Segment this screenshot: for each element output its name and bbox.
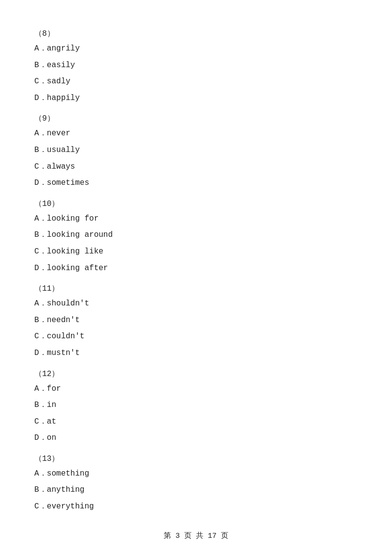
question-number-1: （9） — [34, 113, 358, 124]
option-5-0: A．something — [34, 468, 358, 480]
option-2-0: A．looking for — [34, 213, 358, 226]
option-label-4-2: C． — [34, 417, 47, 426]
option-label-5-0: A． — [34, 469, 47, 478]
option-2-3: D．looking after — [34, 262, 358, 275]
question-number-2: （10） — [34, 199, 358, 209]
option-text-1-3: sometimes — [47, 178, 89, 187]
option-text-2-3: looking after — [47, 264, 108, 273]
option-label-2-2: C． — [34, 247, 47, 256]
option-text-5-2: everything — [47, 502, 94, 511]
option-text-2-0: looking for — [47, 214, 99, 223]
option-text-0-2: sadly — [47, 77, 71, 86]
option-text-2-2: looking like — [47, 247, 103, 256]
option-1-2: C．always — [34, 161, 358, 174]
footer-text: 第 3 页 共 17 页 — [164, 532, 228, 540]
option-label-1-3: D． — [34, 178, 47, 187]
option-0-1: B．easily — [34, 59, 358, 72]
option-text-0-1: easily — [47, 61, 75, 70]
option-label-1-1: B． — [34, 146, 47, 154]
option-label-0-0: A． — [34, 44, 47, 53]
option-text-3-3: mustn't — [47, 349, 80, 357]
option-text-3-0: shouldn't — [47, 299, 89, 308]
option-label-2-1: B． — [34, 230, 47, 239]
question-number-0: （8） — [34, 28, 358, 39]
option-text-4-2: at — [47, 417, 56, 426]
option-0-0: A．angrily — [34, 43, 358, 55]
option-2-2: C．looking like — [34, 246, 358, 258]
option-label-5-2: C． — [34, 502, 47, 511]
option-1-3: D．sometimes — [34, 177, 358, 190]
option-text-1-1: usually — [47, 146, 80, 154]
page-footer: 第 3 页 共 17 页 — [0, 531, 392, 540]
option-3-1: B．needn't — [34, 314, 358, 327]
option-4-2: C．at — [34, 416, 358, 429]
option-label-3-0: A． — [34, 299, 47, 308]
question-number-3: （11） — [34, 283, 358, 294]
option-2-1: B．looking around — [34, 229, 358, 242]
option-text-3-1: needn't — [47, 316, 80, 325]
option-1-1: B．usually — [34, 144, 358, 157]
option-text-1-2: always — [47, 162, 75, 171]
option-text-5-1: anything — [47, 485, 85, 494]
option-text-1-0: never — [47, 129, 71, 138]
option-5-2: C．everything — [34, 501, 358, 513]
option-label-2-0: A． — [34, 214, 47, 223]
option-label-0-3: D． — [34, 94, 47, 102]
option-text-0-3: happily — [47, 94, 80, 102]
option-0-3: D．happily — [34, 92, 358, 105]
option-1-0: A．never — [34, 127, 358, 140]
option-label-3-1: B． — [34, 316, 47, 325]
option-label-4-3: D． — [34, 433, 47, 442]
option-text-4-1: in — [47, 401, 56, 409]
option-text-0-0: angrily — [47, 44, 80, 53]
option-text-5-0: something — [47, 469, 89, 478]
option-label-1-0: A． — [34, 129, 47, 138]
option-4-3: D．on — [34, 432, 358, 445]
option-0-2: C．sadly — [34, 76, 358, 88]
option-4-0: A．for — [34, 383, 358, 396]
option-label-2-3: D． — [34, 264, 47, 273]
option-label-3-3: D． — [34, 349, 47, 357]
option-text-3-2: couldn't — [47, 332, 85, 341]
option-4-1: B．in — [34, 399, 358, 412]
option-label-1-2: C． — [34, 162, 47, 171]
option-label-4-1: B． — [34, 401, 47, 409]
option-5-1: B．anything — [34, 484, 358, 497]
option-label-0-2: C． — [34, 77, 47, 86]
option-3-0: A．shouldn't — [34, 298, 358, 310]
option-label-5-1: B． — [34, 485, 47, 494]
page-content: （8）A．angrilyB．easilyC．sadlyD．happily（9）A… — [0, 0, 392, 547]
question-number-5: （13） — [34, 454, 358, 464]
option-3-2: C．couldn't — [34, 330, 358, 343]
question-number-4: （12） — [34, 369, 358, 379]
option-text-2-1: looking around — [47, 230, 113, 239]
option-text-4-0: for — [47, 384, 61, 393]
option-label-4-0: A． — [34, 384, 47, 393]
option-text-4-3: on — [47, 433, 56, 442]
option-3-3: D．mustn't — [34, 347, 358, 360]
option-label-0-1: B． — [34, 61, 47, 70]
option-label-3-2: C． — [34, 332, 47, 341]
